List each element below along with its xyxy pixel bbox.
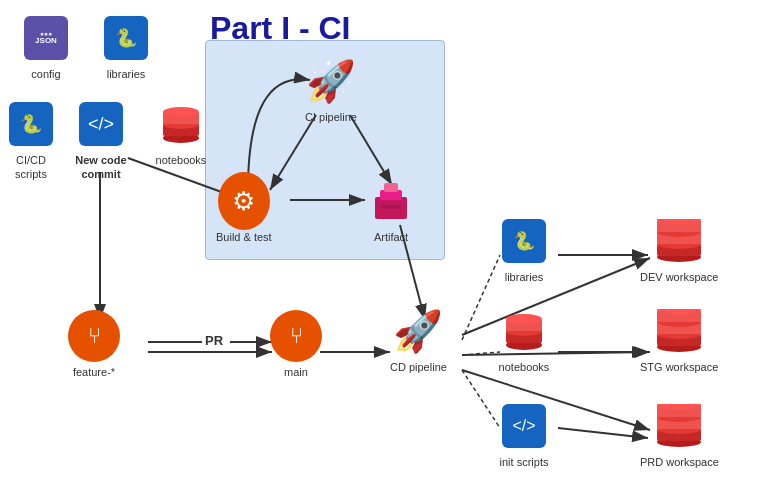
stg-workspace-label: STG workspace <box>640 360 718 374</box>
svg-line-10 <box>462 352 650 355</box>
config-icon: ●●● JSON <box>20 12 72 64</box>
svg-line-9 <box>462 258 650 335</box>
artifact-node: Artifact <box>365 175 417 244</box>
notebooks-top-label: notebooks <box>156 153 207 167</box>
svg-rect-29 <box>381 205 401 209</box>
notebooks-mid-node: notebooks <box>498 305 550 374</box>
artifact-label: Artifact <box>374 230 408 244</box>
prd-storage-icon <box>653 400 705 452</box>
svg-rect-28 <box>384 183 398 192</box>
dev-workspace-label: DEV workspace <box>640 270 718 284</box>
dev-workspace-node: DEV workspace <box>640 215 718 284</box>
cd-pipeline-label: CD pipeline <box>390 360 447 374</box>
init-scripts-node: </> init scripts <box>498 400 550 469</box>
cicd-label: CI/CDscripts <box>15 153 47 182</box>
dev-storage-icon <box>653 215 705 267</box>
cicd-scripts-node: 🐍 CI/CDscripts <box>5 98 57 182</box>
svg-line-17 <box>558 428 648 438</box>
ci-pipeline-icon: 🚀 <box>305 55 357 107</box>
notebooks-mid-icon <box>498 305 550 357</box>
cicd-icon: 🐍 <box>5 98 57 150</box>
svg-line-11 <box>462 370 650 430</box>
page-title: Part I - CI <box>210 10 350 47</box>
new-code-node: </> New codecommit <box>75 98 127 182</box>
libraries-mid-node: 🐍 libraries <box>498 215 550 284</box>
notebooks-top-icon <box>155 98 207 150</box>
cd-pipeline-node: 🚀 CD pipeline <box>390 305 447 374</box>
prd-workspace-label: PRD workspace <box>640 455 719 469</box>
prd-workspace-node: PRD workspace <box>640 400 719 469</box>
feature-node: ⑂ feature-* <box>68 310 120 379</box>
svg-line-18 <box>462 255 500 340</box>
svg-point-34 <box>506 314 542 324</box>
build-test-icon: ⚙ <box>218 175 270 227</box>
diagram: Part I - CI P <box>0 0 778 501</box>
notebooks-mid-label: notebooks <box>499 360 550 374</box>
libraries-mid-icon: 🐍 <box>498 215 550 267</box>
new-code-label: New codecommit <box>75 153 126 182</box>
config-node: ●●● JSON config <box>20 12 72 81</box>
init-scripts-label: init scripts <box>500 455 549 469</box>
svg-line-19 <box>462 352 500 355</box>
svg-point-25 <box>163 107 199 117</box>
build-test-node: ⚙ Build & test <box>216 175 272 244</box>
feature-icon: ⑂ <box>68 310 120 362</box>
config-label: config <box>31 67 60 81</box>
cd-pipeline-icon: 🚀 <box>392 305 444 357</box>
ci-pipeline-label: CI pipeline <box>305 110 357 124</box>
svg-line-20 <box>462 370 500 428</box>
notebooks-top-node: notebooks <box>155 98 207 167</box>
main-icon: ⑂ <box>270 310 322 362</box>
libraries-mid-label: libraries <box>505 270 544 284</box>
stg-storage-icon <box>653 305 705 357</box>
main-label: main <box>284 365 308 379</box>
feature-label: feature-* <box>73 365 115 379</box>
ci-pipeline-node: 🚀 CI pipeline <box>305 55 357 124</box>
libraries-top-icon: 🐍 <box>100 12 152 64</box>
init-scripts-icon: </> <box>498 400 550 452</box>
main-node: ⑂ main <box>270 310 322 379</box>
build-test-label: Build & test <box>216 230 272 244</box>
new-code-icon: </> <box>75 98 127 150</box>
libraries-top-node: 🐍 libraries <box>100 12 152 81</box>
artifact-icon <box>365 175 417 227</box>
svg-text:PR: PR <box>205 333 224 348</box>
stg-workspace-node: STG workspace <box>640 305 718 374</box>
libraries-top-label: libraries <box>107 67 146 81</box>
